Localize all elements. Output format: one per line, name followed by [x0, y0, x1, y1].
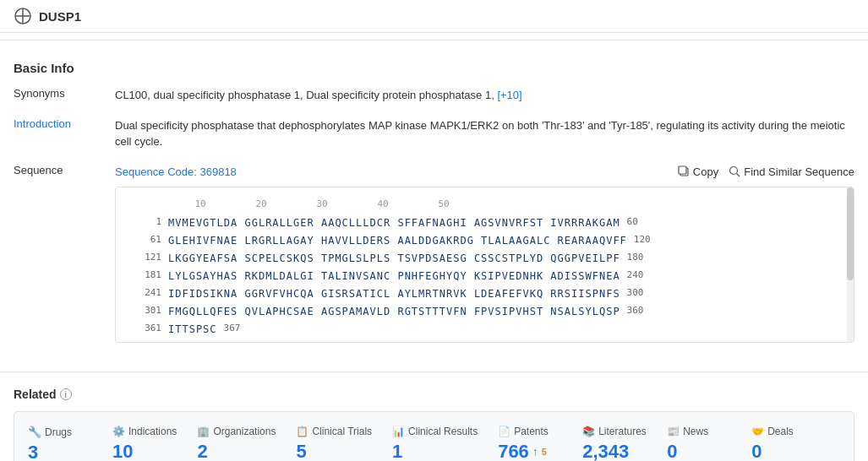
seq-line-5: 241 IDFIDSIKNA GGRVFVHCQA GISRSATICL AYL…	[126, 286, 843, 301]
copy-icon	[678, 165, 690, 177]
stat-clinical-trials[interactable]: 📋 Clinical Trials 5	[296, 426, 392, 461]
find-similar-label: Find Similar Sequence	[744, 165, 854, 178]
literatures-icon: 📚	[582, 426, 595, 437]
patents-label: Patents	[514, 426, 549, 437]
synonyms-text: CL100, dual specificity phosphatase 1, D…	[115, 89, 494, 101]
deals-value: 0	[751, 441, 762, 461]
sequence-scrollbar[interactable]	[847, 187, 854, 342]
clinical-results-icon: 📊	[392, 426, 405, 437]
related-section: Related i 🔧 Drugs 3 ⚙️ Indications 10 🏢 …	[0, 379, 868, 461]
stat-deals[interactable]: 🤝 Deals 0	[751, 426, 836, 461]
deals-label: Deals	[767, 426, 794, 437]
seq-line-7: 361 ITTSPSC 367	[126, 322, 843, 337]
header-divider	[0, 40, 868, 41]
stat-indications[interactable]: ⚙️ Indications 10	[112, 426, 197, 461]
related-info-icon[interactable]: i	[60, 388, 72, 400]
stat-news[interactable]: 📰 News 0	[667, 426, 751, 461]
news-label: News	[683, 426, 708, 437]
find-similar-button[interactable]: Find Similar Sequence	[729, 165, 854, 178]
literatures-value: 2,343	[582, 441, 629, 461]
organizations-value: 2	[197, 441, 207, 461]
stat-clinical-results[interactable]: 📊 Clinical Results 1	[392, 426, 498, 461]
introduction-label: Introduction	[14, 117, 115, 150]
page-header: DUSP1	[0, 0, 868, 33]
sequence-actions: Copy Find Similar Sequence	[678, 165, 854, 178]
introduction-row: Introduction Dual specificity phosphatas…	[14, 117, 854, 150]
stat-organizations[interactable]: 🏢 Organizations 2	[197, 426, 296, 461]
find-similar-icon	[729, 165, 740, 177]
indications-icon: ⚙️	[112, 426, 125, 437]
related-title: Related i	[14, 388, 854, 401]
synonyms-row: Synonyms CL100, dual specificity phospha…	[14, 87, 854, 104]
clinical-results-value: 1	[392, 441, 402, 461]
clinical-results-label: Clinical Results	[408, 426, 478, 437]
seq-line-1: 1 MVMEVGTLDA GGLRALLGER AAQCLLLDCR SFFAF…	[126, 215, 843, 230]
news-value: 0	[667, 441, 677, 461]
organizations-label: Organizations	[213, 426, 276, 437]
sequence-row: Sequence Sequence Code: 369818 Copy	[14, 164, 854, 344]
scrollbar-thumb	[847, 187, 854, 280]
synonyms-value: CL100, dual specificity phosphatase 1, D…	[115, 87, 854, 104]
svg-point-5	[730, 167, 738, 175]
sequence-content: Sequence Code: 369818 Copy	[115, 164, 854, 344]
introduction-link[interactable]: Introduction	[14, 117, 71, 130]
clinical-trials-value: 5	[296, 441, 306, 461]
sequence-label: Sequence	[14, 164, 115, 344]
patents-value: 766 ↑ 5	[498, 441, 547, 461]
sequence-code-link[interactable]: Sequence Code: 369818	[115, 164, 237, 181]
svg-line-6	[737, 174, 740, 177]
patents-icon: 📄	[498, 426, 510, 437]
copy-button[interactable]: Copy	[678, 165, 718, 178]
sequence-display: 10 20 30 40 50 1 MVMEVGTLDA GGLRALLGER A…	[115, 187, 854, 343]
clinical-trials-label: Clinical Trials	[312, 426, 372, 437]
basic-info-title: Basic Info	[14, 61, 854, 75]
clinical-trials-icon: 📋	[296, 426, 308, 437]
patents-trend-icon: ↑	[532, 445, 538, 458]
seq-line-6: 301 FMGQLLQFES QVLAPHCSAE AGSPAMAVLD RGT…	[126, 304, 843, 319]
patents-delta: 5	[542, 447, 547, 457]
introduction-value: Dual specificity phosphatase that dephos…	[115, 117, 854, 150]
gene-icon	[14, 7, 32, 25]
stat-drugs[interactable]: 🔧 Drugs 3	[28, 426, 112, 461]
seq-line-3: 121 LKGGYEAFSA SCPELCSKQS TPMGLSLPLS TSV…	[126, 251, 843, 266]
synonyms-label: Synonyms	[14, 87, 115, 104]
deals-icon: 🤝	[751, 426, 764, 437]
synonyms-more-link[interactable]: [+10]	[497, 89, 521, 101]
drugs-label: Drugs	[45, 426, 72, 438]
page-title: DUSP1	[39, 9, 81, 24]
stat-patents[interactable]: 📄 Patents 766 ↑ 5	[498, 426, 582, 461]
sequence-header: Sequence Code: 369818 Copy	[115, 164, 854, 181]
stats-grid: 🔧 Drugs 3 ⚙️ Indications 10 🏢 Organizati…	[14, 411, 854, 461]
seq-line-4: 181 LYLGSAYHAS RKDMLDALGI TALINVSANC PNH…	[126, 268, 843, 284]
indications-value: 10	[112, 441, 133, 461]
sequence-ruler: 10 20 30 40 50	[126, 198, 843, 212]
drugs-value: 3	[28, 442, 38, 461]
section-divider	[0, 372, 868, 372]
organizations-icon: 🏢	[197, 426, 210, 437]
patents-number: 766	[498, 441, 529, 461]
svg-rect-4	[679, 166, 686, 174]
news-icon: 📰	[667, 426, 680, 437]
stat-literatures[interactable]: 📚 Literatures 2,343	[582, 426, 667, 461]
drugs-icon: 🔧	[28, 426, 41, 438]
literatures-label: Literatures	[598, 426, 647, 437]
seq-line-2: 61 GLEHIVFNAE LRGRLLAGAY HAVVLLDERS AALD…	[126, 233, 843, 248]
copy-label: Copy	[693, 165, 718, 178]
indications-label: Indications	[128, 426, 177, 437]
basic-info-section: Basic Info Synonyms CL100, dual specific…	[0, 47, 868, 365]
